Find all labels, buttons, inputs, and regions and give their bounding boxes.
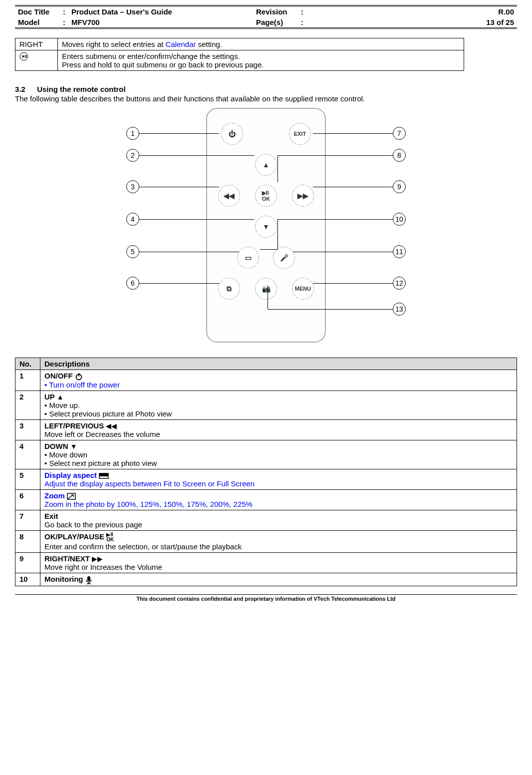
svg-rect-2 bbox=[26, 55, 26, 58]
callout-8: 8 bbox=[393, 149, 406, 162]
callout-6: 6 bbox=[126, 277, 139, 290]
bullet: Turn on/off the power bbox=[44, 381, 513, 389]
zoom-icon bbox=[67, 493, 76, 500]
svg-rect-1 bbox=[25, 55, 25, 58]
rewind-icon: ◀◀ bbox=[106, 422, 117, 430]
lead-line bbox=[277, 155, 278, 182]
desc-title: Monitoring bbox=[44, 575, 85, 583]
lead-line bbox=[139, 133, 219, 134]
info-line2: Press and hold to quit submenu or go bac… bbox=[62, 60, 460, 69]
colon: : bbox=[60, 6, 68, 17]
row-no: 10 bbox=[15, 573, 40, 586]
up-button-icon: ▲ bbox=[255, 154, 277, 176]
desc-title: RIGHT/NEXT bbox=[44, 554, 92, 563]
lead-line bbox=[313, 187, 393, 187]
info-text-pre: Moves right to select entries at bbox=[62, 40, 166, 48]
header-desc: Descriptions bbox=[40, 358, 517, 370]
section-heading: 3.2 Using the remote control bbox=[15, 85, 517, 93]
lead-line bbox=[277, 219, 278, 249]
row-no: 1 bbox=[15, 370, 40, 391]
desc-line: Zoom in the photo by 100%, 125%, 150%, 1… bbox=[44, 500, 513, 508]
callout-1: 1 bbox=[126, 127, 139, 140]
mic-button-icon: 🎤 bbox=[273, 247, 295, 269]
row-no: 7 bbox=[15, 510, 40, 531]
lead-line bbox=[268, 309, 393, 310]
desc-title: ON/OFF bbox=[44, 372, 75, 380]
aspect-button-icon: ▭ bbox=[237, 247, 259, 269]
lead-line bbox=[139, 283, 219, 284]
doc-header: Doc Title : Product Data – User's Guide … bbox=[15, 5, 517, 29]
row-desc: ON/OFF Turn on/off the power bbox=[40, 370, 517, 391]
row-desc: Display aspect Adjust the display aspect… bbox=[40, 469, 517, 490]
model-label: Model bbox=[15, 17, 60, 28]
remote-body: ⏻ EXIT ▲ ◀◀ ▶IIOK ▶▶ ▼ ▭ 🎤 ⧉ 📷 MENU bbox=[206, 108, 326, 343]
row-desc: UP ▲ Move up. Select previous picture at… bbox=[40, 391, 517, 420]
callout-9: 9 bbox=[393, 180, 406, 193]
lead-line bbox=[293, 252, 393, 252]
callout-4: 4 bbox=[126, 213, 139, 226]
callout-12: 12 bbox=[393, 277, 406, 290]
desc-title: DOWN bbox=[44, 442, 70, 450]
info-text-post: setting. bbox=[196, 40, 222, 48]
row-desc: Monitoring bbox=[40, 573, 517, 586]
info-label: RIGHT bbox=[15, 38, 58, 50]
descriptions-table: No. Descriptions 1 ON/OFF Turn on/off th… bbox=[15, 358, 517, 586]
row-no: 5 bbox=[15, 469, 40, 490]
section-title: Using the remote control bbox=[37, 85, 126, 93]
row-no: 4 bbox=[15, 440, 40, 469]
callout-5: 5 bbox=[126, 245, 139, 258]
row-no: 2 bbox=[15, 391, 40, 420]
remote-diagram: ⏻ EXIT ▲ ◀◀ ▶IIOK ▶▶ ▼ ▭ 🎤 ⧉ 📷 MENU 1 2 … bbox=[116, 108, 416, 348]
ok-icon: ▶IIOK bbox=[106, 532, 114, 542]
pages-value: 13 of 25 bbox=[306, 17, 517, 28]
play-pause-circle-icon bbox=[15, 50, 58, 71]
lead-line bbox=[313, 133, 393, 134]
desc-title: Exit bbox=[44, 512, 58, 520]
desc-title: Display aspect bbox=[44, 471, 99, 479]
row-desc: RIGHT/NEXT ▶▶ Move right or Increases th… bbox=[40, 553, 517, 573]
callout-11: 11 bbox=[393, 245, 406, 258]
model-value: MFV700 bbox=[68, 17, 253, 28]
section-intro: The following table describes the button… bbox=[15, 94, 517, 103]
bullet: Select next picture at photo view bbox=[44, 459, 513, 467]
info-line1: Enters submenu or enter/confirm/change t… bbox=[62, 52, 460, 60]
down-button-icon: ▼ bbox=[255, 216, 277, 238]
lead-line bbox=[139, 187, 219, 187]
section-num: 3.2 bbox=[15, 85, 35, 93]
colon: : bbox=[298, 6, 306, 17]
doc-title: Product Data – User's Guide bbox=[68, 6, 253, 17]
callout-13: 13 bbox=[393, 303, 406, 316]
footer: This document contains confidential and … bbox=[15, 594, 517, 602]
lead-line bbox=[278, 219, 393, 220]
row-desc: LEFT/PREVIOUS ◀◀ Move left or Decreases … bbox=[40, 420, 517, 440]
menu-button-icon: MENU bbox=[292, 278, 314, 300]
row-desc: Zoom Zoom in the photo by 100%, 125%, 15… bbox=[40, 490, 517, 510]
ff-icon: ▶▶ bbox=[92, 555, 103, 563]
svg-rect-8 bbox=[87, 576, 90, 581]
info-text: Moves right to select entries at Calenda… bbox=[58, 38, 464, 50]
svg-rect-6 bbox=[99, 473, 108, 476]
desc-line: Go back to the previous page bbox=[44, 520, 513, 529]
lead-line bbox=[278, 155, 393, 156]
desc-title: Zoom bbox=[44, 491, 67, 500]
lead-line bbox=[267, 285, 268, 309]
desc-line: Move right or Increases the Volume bbox=[44, 563, 513, 571]
doc-title-label: Doc Title bbox=[15, 6, 60, 17]
desc-title: OK/PLAY/PAUSE bbox=[44, 532, 106, 541]
row-desc: OK/PLAY/PAUSE ▶IIOK Enter and confirm th… bbox=[40, 531, 517, 553]
exit-button-icon: EXIT bbox=[289, 123, 311, 145]
row-no: 8 bbox=[15, 531, 40, 553]
row-desc: DOWN ▼ Move down Select next picture at … bbox=[40, 440, 517, 469]
colon: : bbox=[298, 17, 306, 28]
header-no: No. bbox=[15, 358, 40, 370]
callout-7: 7 bbox=[393, 127, 406, 140]
aspect-icon bbox=[99, 473, 109, 479]
bullet: Move down bbox=[44, 450, 513, 459]
lead-line bbox=[313, 283, 393, 284]
desc-line: Enter and confirm the selection, or star… bbox=[44, 542, 513, 551]
power-icon bbox=[75, 373, 83, 381]
bullet: Move up. bbox=[44, 401, 513, 409]
callout-3: 3 bbox=[126, 180, 139, 193]
lead-line bbox=[139, 219, 254, 220]
desc-title: LEFT/PREVIOUS bbox=[44, 421, 106, 430]
